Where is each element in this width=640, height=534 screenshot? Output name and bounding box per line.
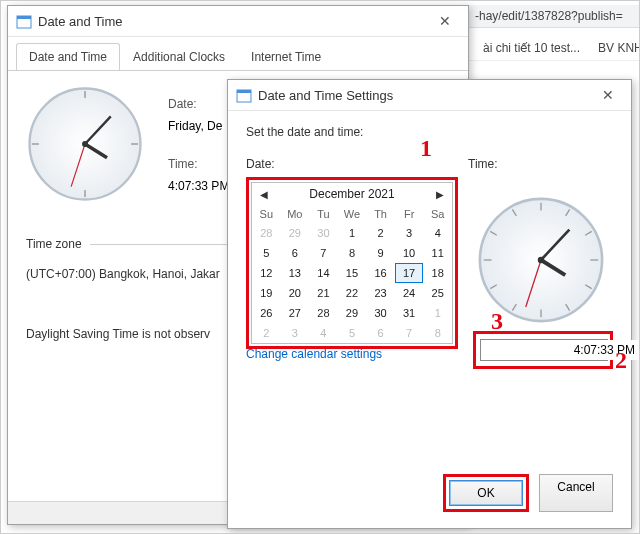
cancel-button[interactable]: Cancel [539,474,613,512]
calendar-day[interactable]: 28 [252,223,281,243]
analog-clock-small [26,85,144,203]
calendar-day[interactable]: 5 [338,323,367,343]
calendar-day[interactable]: 3 [395,223,424,243]
calendar-day[interactable]: 27 [281,303,310,323]
calendar-day[interactable]: 6 [281,243,310,263]
svg-point-10 [82,141,88,147]
calendar-dow: Th [366,205,395,223]
tab-internet-time[interactable]: Internet Time [238,43,334,70]
calendar-dow: Su [252,205,281,223]
calendar-day[interactable]: 16 [366,263,395,283]
calendar-day[interactable]: 21 [309,283,338,303]
calendar-day[interactable]: 23 [366,283,395,303]
calendar-annotation-box: ◀ December 2021 ▶ SuMoTuWeThFrSa 2829301… [246,177,458,349]
timezone-header: Time zone [26,237,82,251]
calendar: ◀ December 2021 ▶ SuMoTuWeThFrSa 2829301… [251,182,453,344]
calendar-dow: Mo [281,205,310,223]
calendar-day[interactable]: 8 [423,323,452,343]
calendar-day[interactable]: 29 [281,223,310,243]
calendar-day[interactable]: 12 [252,263,281,283]
calendar-day[interactable]: 31 [395,303,424,323]
calendar-prev-button[interactable]: ◀ [260,189,268,200]
calendar-day[interactable]: 22 [338,283,367,303]
calendar-day[interactable]: 2 [252,323,281,343]
svg-rect-12 [237,90,251,93]
bookmark-1[interactable]: ài chi tiết 10 test... [483,35,580,61]
calendar-day[interactable]: 18 [423,263,452,283]
calendar-day[interactable]: 8 [338,243,367,263]
analog-clock-large [476,195,606,325]
calendar-day[interactable]: 24 [395,283,424,303]
calendar-day[interactable]: 5 [252,243,281,263]
datetime-icon [16,13,32,29]
calendar-day[interactable]: 4 [423,223,452,243]
datetime-icon [236,87,252,103]
calendar-day[interactable]: 29 [338,303,367,323]
calendar-day[interactable]: 19 [252,283,281,303]
calendar-dow: We [338,205,367,223]
calendar-day[interactable]: 30 [366,303,395,323]
settings-title: Date and Time Settings [258,88,393,103]
annotation-3: 3 [491,308,503,335]
calendar-day[interactable]: 6 [366,323,395,343]
bookmark-bar: ài chi tiết 10 test... BV KNH [469,35,639,61]
calendar-day[interactable]: 11 [423,243,452,263]
calendar-dow: Fr [395,205,424,223]
annotation-2: 2 [615,347,627,374]
annotation-1: 1 [420,135,432,162]
calendar-day[interactable]: 26 [252,303,281,323]
time-label: Time: [168,157,229,171]
calendar-day[interactable]: 10 [395,243,424,263]
time-value: 4:07:33 PM [168,179,229,193]
calendar-day[interactable]: 14 [309,263,338,283]
calendar-day[interactable]: 1 [338,223,367,243]
calendar-day[interactable]: 2 [366,223,395,243]
close-button[interactable]: ✕ [430,9,460,33]
close-button[interactable]: ✕ [593,83,623,107]
date-value: Friday, De [168,119,229,133]
bookmark-2[interactable]: BV KNH [598,35,639,61]
tab-date-and-time[interactable]: Date and Time [16,43,120,70]
tab-additional-clocks[interactable]: Additional Clocks [120,43,238,70]
change-calendar-settings-link[interactable]: Change calendar settings [246,347,382,361]
calendar-day[interactable]: 3 [281,323,310,343]
tabstrip: Date and Time Additional Clocks Internet… [8,37,468,71]
svg-point-29 [537,257,544,264]
ok-annotation-box: OK [443,474,529,512]
calendar-day[interactable]: 13 [281,263,310,283]
calendar-day[interactable]: 1 [423,303,452,323]
calendar-day[interactable]: 17 [395,263,424,283]
ok-button[interactable]: OK [449,480,523,506]
calendar-day[interactable]: 30 [309,223,338,243]
calendar-dow: Tu [309,205,338,223]
calendar-day[interactable]: 15 [338,263,367,283]
browser-url-fragment: -hay/edit/1387828?publish= [469,5,640,28]
time-spinner[interactable]: ▲ ▼ [480,339,608,361]
calendar-day[interactable]: 7 [309,243,338,263]
time-section-label: Time: [468,157,613,171]
dialog-title: Date and Time [38,14,123,29]
calendar-day[interactable]: 9 [366,243,395,263]
calendar-dow: Sa [423,205,452,223]
calendar-day[interactable]: 4 [309,323,338,343]
time-annotation-box: ▲ ▼ [473,331,613,369]
calendar-day[interactable]: 7 [395,323,424,343]
date-label: Date: [168,97,229,111]
dialog-titlebar: Date and Time ✕ [8,6,468,37]
calendar-next-button[interactable]: ▶ [436,189,444,200]
date-time-settings-dialog: Date and Time Settings ✕ Set the date an… [227,79,632,529]
calendar-day[interactable]: 25 [423,283,452,303]
calendar-month-year[interactable]: December 2021 [309,187,394,201]
calendar-day[interactable]: 20 [281,283,310,303]
svg-rect-1 [17,16,31,19]
calendar-day[interactable]: 28 [309,303,338,323]
